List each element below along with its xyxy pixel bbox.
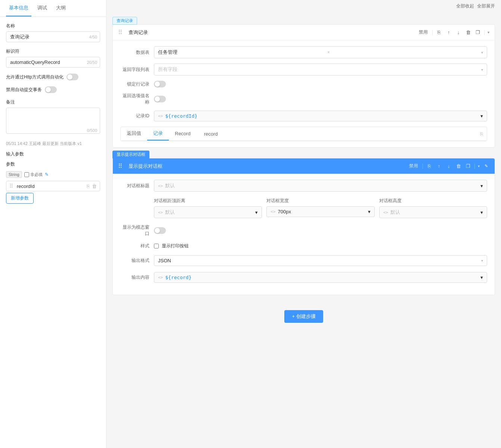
tab-record[interactable]: 记录 <box>147 127 169 140</box>
query-drag-handle[interactable]: ⠿ <box>118 29 123 36</box>
dialog-title-field: <> 默认 ▾ <box>154 180 487 192</box>
name-input[interactable] <box>6 31 100 42</box>
dialog-header: ⠿ 显示提示对话框 禁用 ⎘ ↑ ↓ 🗑 ❐ ▾ ✎ <box>113 158 495 174</box>
return-fields-chevron[interactable]: ▾ <box>481 68 483 72</box>
query-chevron-icon[interactable]: ▾ <box>488 30 489 34</box>
dialog-title-prefix: <> <box>158 183 163 188</box>
dialog-title-label: 对话框标题 <box>120 183 154 189</box>
steps-wrapper: 查询记录 ⠿ 查询记录 禁用 ⎘ ↑ ↓ 🗑 ❐ ▾ <box>106 12 501 327</box>
tab-debug[interactable]: 调试 <box>34 0 50 16</box>
data-table-row: 数据表 任务管理 × ▾ <box>120 46 487 58</box>
output-content-code[interactable]: <> ${record} ▾ <box>154 272 487 283</box>
record-id-code[interactable]: <> ${recordId} ▾ <box>154 111 487 121</box>
distance-select[interactable]: <> 默认 ▾ <box>154 206 262 218</box>
notes-textarea-wrapper: 0/500 <box>6 108 100 135</box>
output-format-select[interactable]: JSON ▾ <box>154 255 487 266</box>
tab-basic-info[interactable]: 基本信息 <box>6 0 31 16</box>
query-disable-btn[interactable]: 禁用 <box>417 28 429 36</box>
distance-chevron[interactable]: ▾ <box>255 210 258 215</box>
record-tab-value: record <box>200 131 480 137</box>
output-format-field: JSON ▾ <box>154 255 487 266</box>
print-btn-checkbox[interactable] <box>154 244 159 248</box>
divider2 <box>484 30 485 35</box>
output-format-chevron[interactable]: ▾ <box>481 259 483 263</box>
create-step-button[interactable]: + 创建步骤 <box>284 310 323 323</box>
return-fields-placeholder: 所有字段 <box>158 66 177 73</box>
left-panel: 基本信息 调试 大纲 名称 4/50 标识符 20/50 允许通过Http方式调… <box>0 0 106 448</box>
id-count: 20/50 <box>87 60 97 65</box>
query-duplicate-icon[interactable]: ❐ <box>474 29 481 36</box>
drag-handle-icon[interactable]: ⠿ <box>9 183 13 189</box>
output-content-label: 输出内容 <box>120 274 154 281</box>
dialog-duplicate-icon[interactable]: ❐ <box>465 163 471 170</box>
dialog-title: 显示提示对话框 <box>129 163 408 170</box>
print-btn-label[interactable]: 显示打印按钮 <box>154 243 487 249</box>
name-group: 名称 4/50 <box>6 23 100 42</box>
dialog-chevron-icon[interactable]: ▾ <box>478 164 480 168</box>
output-content-row: 输出内容 <> ${record} ▾ <box>120 272 487 283</box>
return-option-toggle[interactable] <box>154 96 166 102</box>
dialog-up-icon[interactable]: ↑ <box>436 163 442 170</box>
record-id-chevron[interactable]: ▾ <box>480 113 483 119</box>
width-select[interactable]: <> 700px ▾ <box>266 206 374 217</box>
dialog-copy-icon[interactable]: ⎘ <box>426 163 433 170</box>
record-id-label: 记录ID <box>120 113 154 119</box>
dialog-edit-icon[interactable]: ✎ <box>483 163 489 170</box>
add-param-button[interactable]: 新增参数 <box>6 193 34 204</box>
output-content-chevron[interactable]: ▾ <box>480 275 483 280</box>
dialog-card: ⠿ 显示提示对话框 禁用 ⎘ ↑ ↓ 🗑 ❐ ▾ ✎ <box>112 158 495 295</box>
tab-content-area: record ⎘ <box>197 129 487 139</box>
dialog-title-code[interactable]: <> 默认 ▾ <box>154 180 487 192</box>
param-copy-icon[interactable]: ⎘ <box>87 183 90 189</box>
style-field: 显示打印按钮 <box>154 243 487 249</box>
dialog-disable-btn[interactable]: 禁用 <box>408 162 420 170</box>
width-chevron[interactable]: ▾ <box>368 209 371 214</box>
modal-toggle[interactable] <box>154 227 166 234</box>
height-select[interactable]: <> 默认 ▾ <box>379 206 487 218</box>
dialog-down-icon[interactable]: ↓ <box>445 163 452 170</box>
id-input[interactable] <box>6 57 100 68</box>
width-label: 对话框宽度 <box>266 198 374 204</box>
param-delete-icon[interactable]: 🗑 <box>92 183 97 189</box>
return-fields-select[interactable]: 所有字段 ▾ <box>154 64 487 75</box>
query-record-step: 查询记录 ⠿ 查询记录 禁用 ⎘ ↑ ↓ 🗑 ❐ ▾ <box>112 17 495 148</box>
style-row: 样式 显示打印按钮 <box>120 243 487 249</box>
http-label: 允许通过Http方式调用自动化 <box>6 74 64 80</box>
modal-field <box>154 227 487 234</box>
dialog-drag-handle[interactable]: ⠿ <box>118 163 123 170</box>
disable-toggle[interactable] <box>45 86 57 93</box>
notes-label: 备注 <box>6 99 100 105</box>
height-chevron[interactable]: ▾ <box>480 210 483 215</box>
notes-textarea[interactable] <box>6 108 100 134</box>
modal-row: 显示为模态窗口 <box>120 224 487 237</box>
dialog-tag-row: 显示提示对话框 <box>112 151 495 158</box>
query-down-icon[interactable]: ↓ <box>455 29 462 36</box>
expand-all-btn[interactable]: 全部展开 <box>477 3 495 9</box>
query-delete-icon[interactable]: 🗑 <box>465 29 471 36</box>
dialog-delete-icon[interactable]: 🗑 <box>455 163 462 170</box>
print-btn-text: 显示打印按钮 <box>162 243 189 249</box>
disable-label: 禁用自动提交事务 <box>6 87 42 93</box>
tab-return-value[interactable]: 返回值 <box>121 127 147 140</box>
param-required-checkbox[interactable] <box>24 172 29 177</box>
data-table-chevron[interactable]: ▾ <box>481 50 483 55</box>
distance-label: 对话框距顶距离 <box>154 198 262 204</box>
collapse-all-btn[interactable]: 全部收起 <box>456 3 474 9</box>
tab-outline[interactable]: 大纲 <box>53 0 69 16</box>
lock-record-toggle[interactable] <box>154 81 166 87</box>
tab-record-en[interactable]: Record <box>169 128 197 140</box>
distance-value: 默认 <box>165 209 255 216</box>
dialog-title-chevron[interactable]: ▾ <box>480 183 483 189</box>
name-input-wrapper: 4/50 <box>6 31 100 42</box>
return-fields-row: 返回字段列表 所有字段 ▾ <box>120 64 487 75</box>
param-edit-icon[interactable]: ✎ <box>45 172 49 177</box>
data-table-select[interactable]: 任务管理 × ▾ <box>154 46 487 58</box>
data-table-clear[interactable]: × <box>327 50 330 55</box>
param-required-label[interactable]: 非必填 <box>24 172 43 177</box>
height-label: 对话框高度 <box>379 198 487 204</box>
query-up-icon[interactable]: ↑ <box>445 29 452 36</box>
record-copy-icon[interactable]: ⎘ <box>480 131 483 137</box>
param-type-row: String 非必填 ✎ <box>6 171 100 178</box>
http-toggle[interactable] <box>67 74 78 80</box>
query-copy-icon[interactable]: ⎘ <box>436 29 442 36</box>
